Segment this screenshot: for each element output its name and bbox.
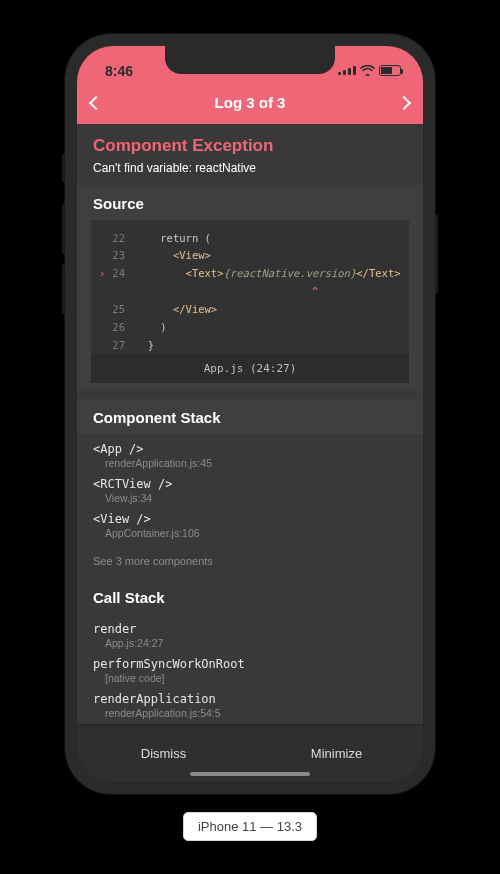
- status-time: 8:46: [105, 63, 133, 79]
- call-stack-list: renderApp.js:24:27performSyncWorkOnRoot[…: [77, 614, 423, 723]
- source-file-location: App.js (24:27): [91, 354, 409, 383]
- prev-log-button[interactable]: [89, 95, 103, 109]
- wifi-icon: [360, 65, 375, 76]
- mute-switch: [62, 154, 65, 182]
- component-stack-list: <App />renderApplication.js:45<RCTView /…: [77, 434, 423, 551]
- log-nav-title: Log 3 of 3: [215, 94, 286, 111]
- component-stack-title: Component Stack: [77, 399, 423, 434]
- stack-frame[interactable]: <RCTView />View.js:34: [93, 473, 407, 508]
- error-title: Component Exception: [93, 136, 407, 156]
- home-indicator[interactable]: [190, 772, 310, 776]
- source-section-title: Source: [77, 185, 423, 220]
- volume-down-button: [62, 264, 65, 314]
- error-content[interactable]: Component Exception Can't find variable:…: [77, 124, 423, 724]
- call-stack-title: Call Stack: [77, 579, 423, 614]
- battery-icon: [379, 65, 401, 76]
- stack-frame[interactable]: performSyncWorkOnRoot[native code]: [93, 653, 407, 688]
- power-button: [435, 214, 438, 294]
- log-nav-header: Log 3 of 3: [77, 86, 423, 124]
- stack-frame[interactable]: renderApp.js:24:27: [93, 618, 407, 653]
- status-right: [338, 65, 401, 76]
- device-label: iPhone 11 — 13.3: [183, 812, 317, 841]
- stack-frame[interactable]: <View />AppContainer.js:106: [93, 508, 407, 543]
- error-header: Component Exception Can't find variable:…: [77, 124, 423, 185]
- phone-frame: 8:46 Log 3 of 3 Component Exception Can'…: [65, 34, 435, 794]
- source-code-block: 22 return (23 <View>24 <Text>{reactNativ…: [91, 220, 409, 355]
- next-log-button[interactable]: [397, 95, 411, 109]
- cellular-signal-icon: [338, 66, 356, 75]
- see-more-components[interactable]: See 3 more components: [77, 551, 423, 575]
- source-section: 22 return (23 <View>24 <Text>{reactNativ…: [77, 220, 423, 392]
- screen: 8:46 Log 3 of 3 Component Exception Can'…: [77, 46, 423, 782]
- stack-frame[interactable]: <App />renderApplication.js:45: [93, 438, 407, 473]
- stack-frame[interactable]: renderApplicationrenderApplication.js:54…: [93, 688, 407, 723]
- notch: [165, 46, 335, 74]
- error-message: Can't find variable: reactNative: [93, 161, 407, 175]
- volume-up-button: [62, 204, 65, 254]
